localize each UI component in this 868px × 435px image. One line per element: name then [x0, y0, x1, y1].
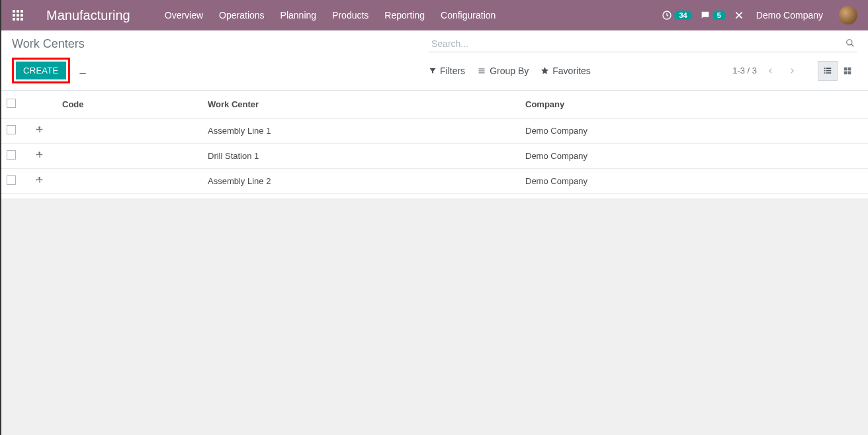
- table-row[interactable]: Assembly Line 1Demo Company: [1, 119, 868, 144]
- cell-work-center: Drill Station 1: [202, 144, 520, 169]
- cell-code: [57, 144, 202, 169]
- filter-icon: [429, 67, 437, 75]
- data-table: Code Work Center Company Assembly Line 1…: [1, 91, 868, 194]
- drag-handle[interactable]: [36, 126, 44, 134]
- svg-rect-1: [17, 10, 19, 13]
- activity-count-badge: 34: [674, 11, 691, 20]
- header-code[interactable]: Code: [57, 91, 202, 119]
- list-view: Code Work Center Company Assembly Line 1…: [1, 91, 868, 199]
- discuss-button[interactable]: 5: [700, 10, 726, 21]
- svg-rect-12: [826, 68, 832, 69]
- main-navbar: Manufacturing Overview Operations Planni…: [1, 0, 868, 30]
- pager-prev[interactable]: [763, 64, 778, 77]
- svg-rect-7: [17, 18, 19, 21]
- kanban-icon: [843, 66, 852, 75]
- search-wrap: [429, 36, 857, 52]
- svg-rect-17: [844, 67, 847, 70]
- apps-menu-button[interactable]: [7, 4, 29, 26]
- search-input[interactable]: [429, 36, 857, 52]
- cell-work-center: Assembly Line 2: [202, 169, 520, 194]
- svg-rect-11: [824, 68, 826, 69]
- create-highlight: CREATE: [12, 58, 70, 83]
- list-icon: [823, 66, 832, 75]
- search-button[interactable]: [846, 38, 855, 48]
- svg-rect-5: [21, 14, 23, 17]
- svg-rect-16: [826, 72, 832, 73]
- pager-text: 1-3 / 3: [732, 66, 757, 75]
- svg-rect-6: [13, 18, 15, 21]
- nav-item-configuration[interactable]: Configuration: [433, 0, 503, 30]
- select-all-checkbox[interactable]: [7, 99, 16, 108]
- svg-rect-0: [13, 10, 15, 13]
- cell-work-center: Assembly Line 1: [202, 119, 520, 144]
- view-switcher: [818, 61, 857, 81]
- groupby-label: Group By: [490, 66, 529, 76]
- header-work-center[interactable]: Work Center: [202, 91, 520, 119]
- svg-rect-14: [826, 70, 832, 71]
- nav-menu: Overview Operations Planning Products Re…: [157, 0, 504, 30]
- apps-grid-icon: [13, 10, 23, 21]
- row-checkbox[interactable]: [7, 125, 16, 134]
- svg-rect-3: [13, 14, 15, 17]
- download-button[interactable]: [78, 66, 87, 75]
- cell-company: Demo Company: [520, 169, 868, 194]
- pager: 1-3 / 3: [732, 61, 857, 81]
- filters-label: Filters: [440, 66, 465, 76]
- company-switcher[interactable]: Demo Company: [752, 10, 827, 21]
- svg-rect-4: [17, 14, 19, 17]
- groupby-button[interactable]: Group By: [477, 66, 529, 76]
- svg-rect-2: [21, 10, 23, 13]
- activity-button[interactable]: 34: [662, 10, 691, 21]
- svg-rect-13: [824, 70, 826, 71]
- nav-item-reporting[interactable]: Reporting: [376, 0, 433, 30]
- nav-item-operations[interactable]: Operations: [211, 0, 272, 30]
- discuss-count-badge: 5: [713, 11, 726, 20]
- table-row[interactable]: Assembly Line 2Demo Company: [1, 169, 868, 194]
- filter-row: Filters Group By Favorites 1-3 / 3: [429, 61, 857, 81]
- download-icon: [78, 66, 87, 75]
- pager-next[interactable]: [785, 64, 799, 77]
- chevron-left-icon: [767, 66, 774, 75]
- cell-company: Demo Company: [520, 119, 868, 144]
- list-view-button[interactable]: [818, 61, 838, 81]
- star-icon: [541, 66, 549, 75]
- row-checkbox[interactable]: [7, 150, 16, 160]
- kanban-view-button[interactable]: [838, 61, 857, 81]
- filters-button[interactable]: Filters: [429, 66, 465, 76]
- cell-code: [57, 169, 202, 194]
- create-button[interactable]: CREATE: [16, 62, 66, 79]
- search-icon: [846, 38, 855, 48]
- row-checkbox[interactable]: [7, 175, 16, 185]
- drag-handle[interactable]: [36, 151, 44, 159]
- close-icon: [734, 10, 744, 21]
- favorites-button[interactable]: Favorites: [541, 66, 591, 76]
- svg-rect-18: [848, 67, 851, 70]
- svg-rect-15: [824, 72, 826, 73]
- svg-rect-20: [848, 71, 851, 74]
- app-brand[interactable]: Manufacturing: [46, 8, 130, 23]
- nav-right: 34 5 Demo Company: [662, 6, 863, 24]
- drag-handle[interactable]: [36, 176, 44, 184]
- tools-button[interactable]: [734, 10, 744, 21]
- svg-rect-19: [844, 71, 847, 74]
- favorites-label: Favorites: [552, 66, 591, 76]
- breadcrumb: Work Centers: [12, 37, 85, 51]
- table-header-row: Code Work Center Company: [1, 91, 868, 119]
- user-avatar[interactable]: [839, 6, 857, 24]
- cell-company: Demo Company: [520, 144, 868, 169]
- clock-icon: [662, 10, 672, 21]
- nav-item-products[interactable]: Products: [324, 0, 376, 30]
- cell-code: [57, 119, 202, 144]
- groupby-icon: [477, 67, 486, 75]
- svg-rect-8: [21, 18, 23, 21]
- control-panel: Work Centers CREATE Filters Group By: [1, 30, 868, 91]
- svg-point-10: [847, 40, 852, 45]
- header-company[interactable]: Company: [520, 91, 868, 119]
- nav-item-overview[interactable]: Overview: [157, 0, 211, 30]
- chevron-right-icon: [789, 66, 795, 75]
- nav-item-planning[interactable]: Planning: [273, 0, 325, 30]
- chat-icon: [700, 10, 711, 21]
- table-row[interactable]: Drill Station 1Demo Company: [1, 144, 868, 169]
